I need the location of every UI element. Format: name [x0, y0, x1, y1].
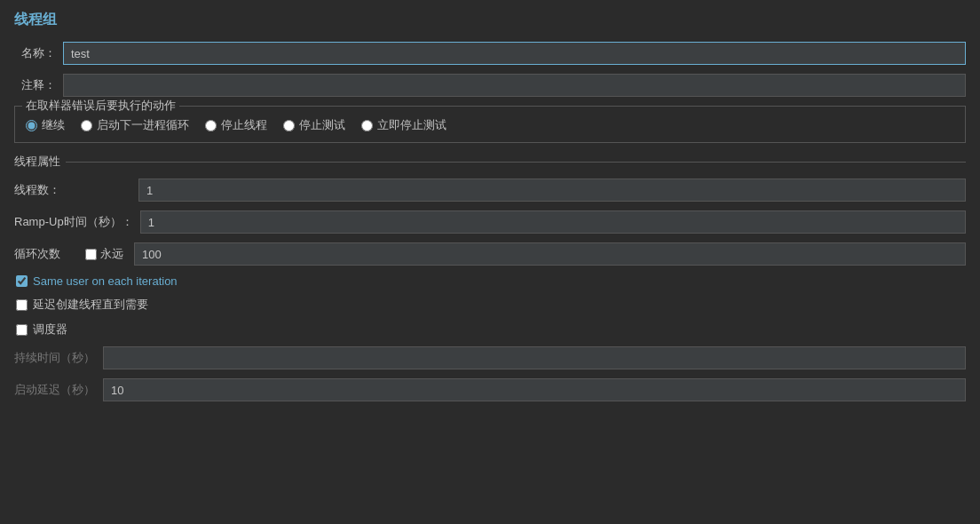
error-action-radio-group: 继续 启动下一进程循环 停止线程 停止测试 立即停止测试: [26, 114, 954, 133]
radio-stop-test-input[interactable]: [283, 120, 295, 131]
note-label: 注释：: [14, 77, 63, 93]
radio-stop-test-label: 停止测试: [299, 117, 345, 133]
error-action-section: 在取样器错误后要执行的动作 继续 启动下一进程循环 停止线程 停止测试 立即停止…: [14, 106, 966, 143]
start-delay-row: 启动延迟（秒）: [14, 378, 966, 401]
thread-count-row: 线程数：: [14, 179, 966, 202]
start-delay-label: 启动延迟（秒）: [14, 382, 103, 398]
error-action-title: 在取样器错误后要执行的动作: [22, 98, 179, 114]
radio-stop-thread-label: 停止线程: [221, 117, 267, 133]
delay-create-label: 延迟创建线程直到需要: [33, 297, 148, 313]
loop-label: 循环次数: [14, 246, 85, 262]
rampup-label: Ramp-Up时间（秒）：: [14, 214, 140, 230]
thread-props-title: 线程属性: [14, 154, 60, 170]
duration-input[interactable]: [103, 346, 966, 369]
thread-count-label: 线程数：: [14, 182, 138, 198]
thread-count-input[interactable]: [138, 179, 966, 202]
loop-row: 循环次数 永远: [14, 242, 966, 266]
radio-stop-now-label: 立即停止测试: [377, 117, 447, 133]
name-input[interactable]: [63, 42, 966, 65]
radio-continue-label: 继续: [42, 117, 65, 133]
scheduler-label: 调度器: [33, 322, 67, 337]
radio-stop-now[interactable]: 立即停止测试: [361, 117, 447, 133]
scheduler-checkbox[interactable]: [16, 324, 28, 336]
note-row: 注释：: [14, 74, 966, 97]
radio-stop-now-input[interactable]: [361, 120, 373, 131]
delay-create-row: 延迟创建线程直到需要: [14, 297, 966, 313]
note-input[interactable]: [63, 74, 966, 97]
forever-label[interactable]: 永远: [85, 246, 123, 262]
start-delay-input[interactable]: [103, 378, 966, 401]
rampup-input[interactable]: [140, 210, 966, 234]
name-row: 名称：: [14, 42, 966, 65]
radio-stop-test[interactable]: 停止测试: [283, 117, 345, 133]
radio-start-next-input[interactable]: [81, 120, 92, 131]
loop-input[interactable]: [134, 242, 966, 266]
same-user-label: Same user on each iteration: [33, 274, 178, 288]
radio-continue[interactable]: 继续: [26, 117, 65, 133]
delay-create-checkbox[interactable]: [16, 299, 28, 311]
duration-label: 持续时间（秒）: [14, 350, 103, 366]
same-user-checkbox[interactable]: [16, 275, 28, 287]
scheduler-row: 调度器: [14, 322, 966, 337]
duration-row: 持续时间（秒）: [14, 346, 966, 369]
radio-start-next-label: 启动下一进程循环: [97, 117, 189, 133]
main-container: 线程组 名称： 注释： 在取样器错误后要执行的动作 继续 启动下一进程循环 停止…: [0, 0, 980, 421]
thread-props-header: 线程属性: [14, 154, 966, 170]
page-title: 线程组: [14, 11, 966, 29]
radio-stop-thread-input[interactable]: [205, 120, 217, 131]
radio-start-next[interactable]: 启动下一进程循环: [81, 117, 189, 133]
forever-text: 永远: [100, 246, 123, 262]
rampup-row: Ramp-Up时间（秒）：: [14, 210, 966, 234]
name-label: 名称：: [14, 45, 63, 61]
radio-stop-thread[interactable]: 停止线程: [205, 117, 267, 133]
radio-continue-input[interactable]: [26, 120, 37, 131]
forever-checkbox[interactable]: [85, 249, 97, 260]
thread-props-divider-line: [66, 162, 966, 163]
same-user-row: Same user on each iteration: [14, 274, 966, 288]
